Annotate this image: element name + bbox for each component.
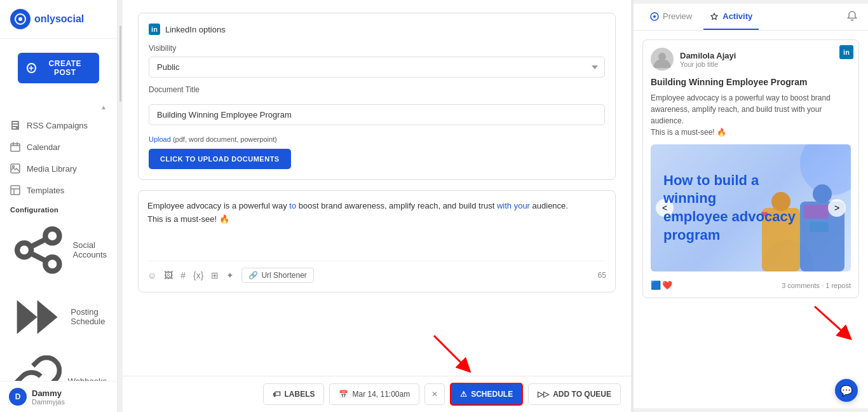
comments-count: 3 comments · 1 repost (782, 282, 851, 289)
upload-documents-button[interactable]: CLICK TO UPLOAD DOCUMENTS (149, 149, 291, 169)
sidebar-item-media-label: Media Library (27, 164, 77, 174)
sidebar-item-templates[interactable]: Templates (0, 179, 117, 201)
link-icon (10, 355, 62, 381)
sidebar-item-calendar-label: Calendar (27, 142, 60, 152)
sidebar-item-webhooks-label: Webhooks (68, 376, 107, 381)
panel-tab-bar: Preview Activity (634, 4, 868, 31)
preview-user-info: Damilola Ajayi Your job title (680, 51, 736, 68)
layout-icon (10, 185, 20, 195)
date-value: Mar 14, 11:00am (352, 390, 410, 399)
user-handle: Dammyjas (32, 398, 65, 406)
post-text-card: Employee advocacy is a powerful way to b… (138, 190, 616, 292)
reaction-emojis: 🟦 ❤️ (651, 280, 672, 290)
upload-hint: Upload (pdf, word document, powerpoint) (149, 134, 605, 144)
preview-post-footer: 🟦 ❤️ 3 comments · 1 repost (651, 277, 851, 290)
logo-text: onlysocial (34, 13, 84, 25)
char-count: 65 (598, 271, 606, 280)
calendar-small-icon: 📅 (339, 390, 348, 399)
editor-toolbar: ☺ 🖼 # {x} ⊞ ✦ 🔗 Url Shortener 65 (147, 261, 606, 283)
svg-point-10 (653, 15, 656, 18)
url-shortener-label: Url Shortener (261, 271, 306, 280)
label-tag-icon: 🏷 (273, 390, 280, 399)
tab-preview[interactable]: Preview (644, 4, 698, 30)
svg-point-1 (18, 17, 22, 21)
preview-user-avatar (651, 48, 674, 71)
sidebar-item-social-accounts[interactable]: Social Accounts (0, 216, 117, 284)
preview-user-name: Damilola Ajayi (680, 51, 736, 60)
logo-area: onlysocial (0, 0, 117, 39)
link-small-icon: 🔗 (248, 271, 258, 280)
sidebar-item-templates-label: Templates (27, 186, 64, 195)
linkedin-icon: in (149, 24, 160, 35)
arrow-to-queue (808, 303, 859, 341)
tab-activity[interactable]: Activity (703, 4, 759, 30)
bell-icon-wrapper[interactable] (846, 10, 858, 24)
linkedin-options-card: in LinkedIn options Visibility Public Co… (138, 13, 616, 180)
schedule-button-text: SCHEDULE (471, 390, 513, 399)
queue-arrow-area (642, 303, 859, 341)
preview-user-title: Your job title (680, 60, 736, 68)
create-post-label: CREATE POST (40, 59, 90, 77)
share-icon (10, 222, 67, 278)
plus-icon: + (27, 63, 36, 73)
tab-activity-label: Activity (722, 11, 752, 21)
emoji-icon[interactable]: ☺ (147, 270, 156, 280)
sidebar-item-rss-label: RSS Campaigns (27, 121, 88, 130)
schedule-button[interactable]: ⚠ SCHEDULE (450, 383, 523, 406)
activity-tab-icon (710, 12, 719, 21)
queue-button-text: ADD TO QUEUE (553, 390, 611, 399)
document-title-input[interactable] (149, 104, 605, 125)
sidebar-item-calendar[interactable]: Calendar (0, 136, 117, 158)
hashtag-icon[interactable]: # (180, 270, 186, 280)
preview-image: How to build a winning employee advocacy… (651, 144, 851, 271)
sidebar-item-media[interactable]: Media Library (0, 158, 117, 179)
config-section-label: Configuration (0, 201, 117, 216)
logo-icon (10, 9, 31, 29)
scheduled-date-display: 📅 Mar 14, 11:00am (329, 383, 419, 405)
preview-image-text: How to build a winning employee advocacy… (651, 159, 851, 257)
nav-menu: ▲ RSS Campaigns Calendar Media Library T… (0, 97, 117, 381)
variable-icon[interactable]: {x} (193, 270, 203, 280)
nav-collapse-arrow[interactable]: ▲ (100, 104, 107, 111)
chat-bubble-button[interactable]: 💬 (835, 379, 858, 402)
sidebar-item-posting-schedule-label: Posting Schedule (71, 307, 107, 326)
svg-point-8 (45, 257, 59, 271)
bottom-action-bar: 🏷 LABELS 📅 Mar 14, 11:00am ✕ ⚠ SCHEDULE … (123, 376, 631, 412)
panel-preview-content: in Damilola Ajayi Your job title Buildin… (634, 31, 868, 408)
create-post-button[interactable]: + CREATE POST (18, 53, 99, 83)
sparkle-icon[interactable]: ✦ (226, 270, 234, 280)
clear-date-button[interactable]: ✕ (424, 383, 445, 405)
user-name: Dammy (32, 388, 65, 398)
user-info: Dammy Dammyjas (32, 388, 65, 406)
bottom-scroll-indicator (634, 408, 868, 412)
labels-button-text: LABELS (284, 390, 315, 399)
url-shortener-button[interactable]: 🔗 Url Shortener (241, 268, 313, 283)
sidebar-item-webhooks[interactable]: Webhooks (0, 350, 117, 381)
labels-button[interactable]: 🏷 LABELS (263, 383, 324, 405)
queue-icon: ▷▷ (538, 390, 549, 399)
linkedin-options-title: LinkedIn options (165, 25, 226, 34)
svg-point-6 (45, 229, 59, 243)
schedule-icon: ⚠ (460, 390, 467, 399)
sidebar-item-rss[interactable]: RSS Campaigns (0, 114, 117, 136)
add-to-queue-button[interactable]: ▷▷ ADD TO QUEUE (528, 383, 621, 405)
post-text-area[interactable]: Employee advocacy is a powerful way to b… (147, 200, 606, 251)
tab-preview-label: Preview (663, 11, 692, 21)
svg-point-7 (17, 243, 31, 257)
image-upload-icon[interactable]: 🖼 (164, 270, 173, 280)
scroll-divider (118, 0, 123, 412)
user-footer: D Dammy Dammyjas (0, 381, 117, 412)
document-title-label: Document Title (149, 85, 605, 94)
visibility-select[interactable]: Public Connections only (149, 57, 605, 78)
preview-post-body: Employee advocacy is a powerful way to b… (651, 92, 851, 138)
upload-hint-text: Upload (149, 135, 173, 143)
svg-rect-2 (11, 144, 20, 151)
grid-icon[interactable]: ⊞ (211, 270, 219, 280)
fast-forward-icon (10, 290, 64, 344)
editor-scroll-area[interactable]: in LinkedIn options Visibility Public Co… (123, 0, 631, 376)
preview-post-header: Damilola Ajayi Your job title (651, 48, 851, 71)
editor-panel: in LinkedIn options Visibility Public Co… (123, 0, 631, 412)
sidebar-item-posting-schedule[interactable]: Posting Schedule (0, 284, 117, 350)
preview-image-heading: How to build a winning employee advocacy… (663, 172, 838, 244)
image-icon (10, 163, 20, 174)
